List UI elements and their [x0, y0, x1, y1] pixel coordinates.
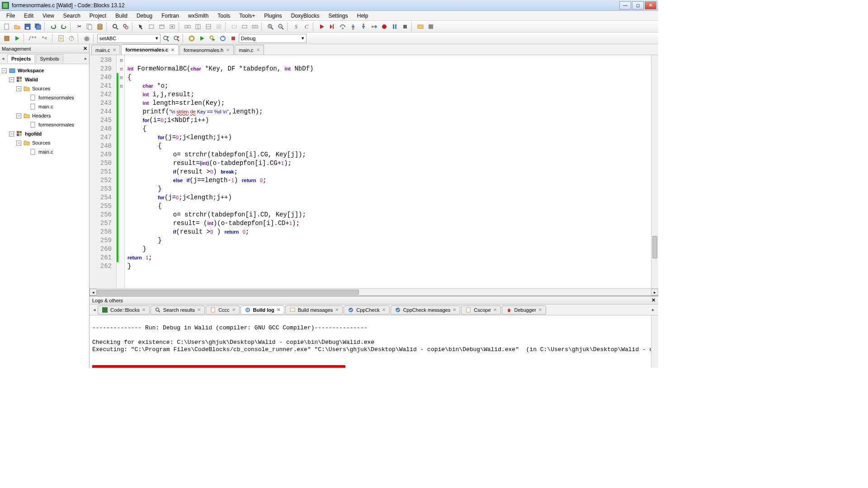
management-close-icon[interactable]: ✕	[83, 46, 87, 52]
code-content[interactable]: int FormeNormalBC(char *Key, DF *tabdepf…	[125, 55, 651, 288]
tree-file[interactable]: main.c	[0, 102, 89, 111]
select-icon[interactable]	[136, 22, 146, 32]
rebuild-icon[interactable]	[218, 33, 228, 43]
debug-continue-icon[interactable]	[327, 22, 337, 32]
logs-tab-buildlog[interactable]: Build log✕	[241, 305, 284, 314]
comment-line-icon[interactable]: *<	[38, 33, 51, 43]
doxy-run-icon[interactable]	[12, 33, 22, 43]
replace-icon[interactable]	[121, 22, 131, 32]
save-icon[interactable]	[23, 22, 33, 32]
btn-f-icon[interactable]	[203, 22, 213, 32]
tree-file[interactable]: formesnormales	[0, 93, 89, 102]
doxy-html-icon[interactable]: ?	[66, 33, 76, 43]
tab-close-icon[interactable]: ✕	[113, 47, 116, 52]
btn-e-icon[interactable]	[193, 22, 203, 32]
menu-wxsmith[interactable]: wxSmith	[184, 12, 212, 20]
menu-build[interactable]: Build	[112, 12, 131, 20]
logs-tab-codeblocks[interactable]: Code::Blocks✕	[98, 305, 150, 314]
find-icon[interactable]	[110, 22, 120, 32]
menu-edit[interactable]: Edit	[20, 12, 37, 20]
menu-tools[interactable]: Tools	[214, 12, 234, 20]
doxy-icon[interactable]	[2, 33, 12, 43]
zoom-in-icon[interactable]	[265, 22, 275, 32]
logs-tab-right[interactable]: ▸	[650, 307, 656, 313]
pause-icon[interactable]	[390, 22, 400, 32]
file-tab[interactable]: main.c✕	[91, 45, 120, 55]
build-icon[interactable]	[187, 33, 197, 43]
menu-fortran[interactable]: Fortran	[158, 12, 183, 20]
maximize-button[interactable]: ◻	[632, 1, 644, 9]
save-all-icon[interactable]	[33, 22, 43, 32]
undo-icon[interactable]	[48, 22, 58, 32]
info-icon[interactable]	[426, 22, 436, 32]
logs-tab-cccc[interactable]: Cccc✕	[206, 305, 239, 314]
menu-view[interactable]: View	[39, 12, 58, 20]
menu-file[interactable]: File	[3, 12, 19, 20]
menu-plugins[interactable]: Plugins	[260, 12, 285, 20]
menu-project[interactable]: Project	[86, 12, 110, 20]
break-debug-icon[interactable]	[379, 22, 389, 32]
menu-help[interactable]: Help	[354, 12, 372, 20]
menu-doxyblocks[interactable]: DoxyBlocks	[288, 12, 323, 20]
step-over-icon[interactable]	[338, 22, 348, 32]
open-file-icon[interactable]	[12, 22, 22, 32]
step-into-icon[interactable]	[348, 22, 358, 32]
doxy-chm-icon[interactable]	[56, 33, 66, 43]
tab-projects[interactable]: Projects	[7, 54, 35, 63]
logs-vscroll[interactable]	[651, 315, 658, 368]
mgmt-tab-right-arrow[interactable]: ▸	[83, 56, 89, 61]
file-tab[interactable]: formesnormales.h✕	[179, 45, 234, 55]
step-inst-icon[interactable]	[369, 22, 379, 32]
file-tab[interactable]: main.c✕	[235, 45, 264, 55]
menu-debug[interactable]: Debug	[133, 12, 156, 20]
tree-project-hgofdd[interactable]: −hgofdd	[0, 129, 89, 138]
goto-impl-icon[interactable]	[171, 33, 181, 43]
fold-column[interactable]: ⊟ ⊟ ⊟ ⊟	[118, 55, 125, 288]
goto-decl-icon[interactable]	[161, 33, 171, 43]
tab-close-icon[interactable]: ✕	[226, 47, 230, 52]
btn-b-icon[interactable]	[157, 22, 167, 32]
btn-a-icon[interactable]	[146, 22, 156, 32]
btn-g-icon[interactable]	[214, 22, 224, 32]
target-selector[interactable]: Debug▾	[239, 34, 307, 43]
build-run-icon[interactable]	[208, 33, 217, 43]
tree-folder-sources[interactable]: −Sources	[0, 138, 89, 147]
toggle-comment-icon[interactable]: C	[302, 22, 311, 32]
editor-hscroll[interactable]: ◂ ▸	[90, 288, 658, 296]
comment-block-icon[interactable]: /**	[28, 33, 38, 43]
btn-d-icon[interactable]	[183, 22, 193, 32]
btn-j-icon[interactable]	[250, 22, 260, 32]
abort-icon[interactable]	[228, 33, 238, 43]
symbol-selector[interactable]: setABC▾	[97, 34, 160, 43]
btn-c-icon[interactable]	[167, 22, 177, 32]
file-tab[interactable]: formesnormales.c✕	[121, 44, 179, 55]
menu-settings[interactable]: Settings	[325, 12, 351, 20]
tree-file[interactable]: main.c	[0, 147, 89, 156]
run-icon[interactable]	[317, 22, 327, 32]
logs-tab-cscope[interactable]: Cscope✕	[461, 305, 500, 314]
run-green-icon[interactable]	[197, 33, 207, 43]
mgmt-tab-left-arrow[interactable]: ◂	[0, 56, 6, 61]
step-out-icon[interactable]	[359, 22, 368, 32]
toggle-source-icon[interactable]: S	[291, 22, 301, 32]
tree-file[interactable]: formesnormales	[0, 120, 89, 129]
doxy-config-icon[interactable]	[82, 33, 92, 43]
tree-folder-sources[interactable]: −Sources	[0, 84, 89, 93]
logs-tab-cppcheckmessages[interactable]: CppCheck messages✕	[391, 305, 461, 314]
redo-icon[interactable]	[59, 22, 69, 32]
code-editor[interactable]: 238 239 240 241 242 243 244 245 246 247 …	[90, 55, 658, 288]
debug-windows-icon[interactable]	[415, 22, 425, 32]
logs-tab-cppcheck[interactable]: CppCheck✕	[344, 305, 389, 314]
editor-vscroll[interactable]	[651, 55, 658, 288]
new-file-icon[interactable]	[2, 22, 12, 32]
project-tree[interactable]: −Workspace−Walid−Sourcesformesnormalesma…	[0, 64, 89, 368]
logs-tab-left[interactable]: ◂	[91, 307, 98, 313]
tree-project-walid[interactable]: −Walid	[0, 75, 89, 84]
menu-search[interactable]: Search	[60, 12, 84, 20]
btn-h-icon[interactable]	[229, 22, 239, 32]
build-log-content[interactable]: -------------- Run: Debug in Walid (comp…	[90, 315, 651, 368]
tab-close-icon[interactable]: ✕	[256, 47, 260, 52]
hscroll-left[interactable]: ◂	[90, 289, 97, 296]
stop-icon[interactable]	[400, 22, 410, 32]
paste-icon[interactable]	[95, 22, 105, 32]
